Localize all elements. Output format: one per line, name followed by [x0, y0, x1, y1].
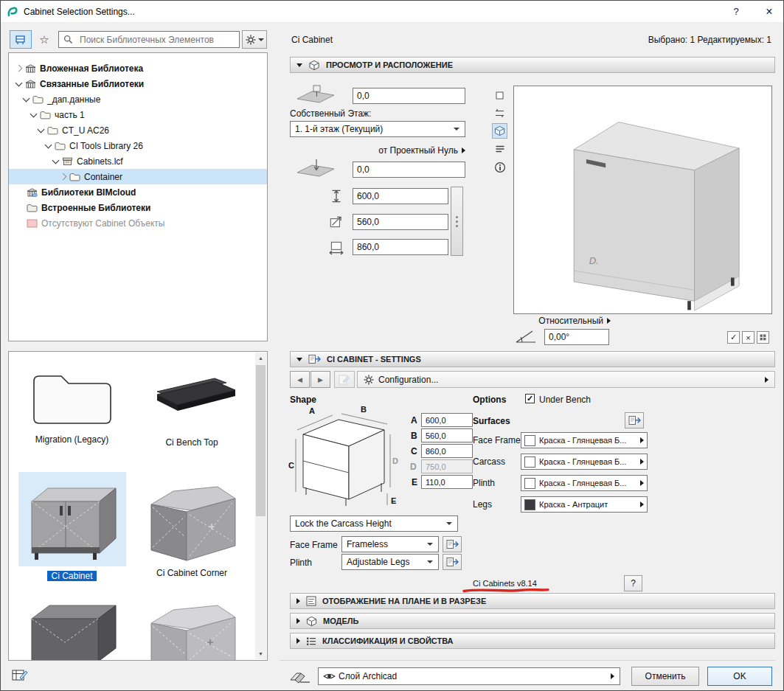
tree-item-container[interactable]: Container	[9, 169, 267, 184]
dim-b-input[interactable]	[421, 428, 473, 442]
search-input[interactable]	[76, 32, 239, 46]
scroll-up-icon[interactable]: ▲	[255, 353, 266, 364]
thumbnail-partial-left[interactable]	[15, 597, 129, 661]
chevron-down-icon[interactable]	[45, 141, 52, 148]
tree-item-embedded-library[interactable]: Встроенные Библиотеки	[9, 200, 267, 215]
scrollbar-thumb[interactable]	[256, 365, 266, 516]
tree-item-ctu-ac26[interactable]: CT_U AC26	[9, 122, 267, 138]
folder-icon	[32, 95, 44, 104]
plan-display-icon	[306, 596, 316, 606]
surfaces-transfer-button[interactable]	[625, 412, 644, 428]
object-thumbnail-list[interactable]: Migration (Legacy) Ci Bench Top	[8, 351, 268, 661]
elevation-reference-input[interactable]	[353, 162, 465, 178]
thumbnail-ci-bench-top[interactable]: Ci Bench Top	[136, 372, 248, 448]
dim-width-input[interactable]	[353, 239, 448, 255]
tree-item-dap-data[interactable]: _дап.данные	[9, 91, 267, 107]
chevron-down-icon	[258, 38, 264, 41]
tree-item-bimcloud-libraries[interactable]: Библиотеки BIMcloud	[9, 184, 267, 200]
material-legs-button[interactable]: Краска - Антрацит	[521, 496, 648, 513]
chevron-right-icon[interactable]	[60, 173, 67, 181]
section-floor-plan-display[interactable]: ОТОБРАЖЕНИЕ НА ПЛАНЕ И В РАЗРЕЗЕ	[290, 593, 775, 609]
preview-section-view-button[interactable]	[492, 105, 507, 121]
reference-level-flyout[interactable]: от Проектный Нуль	[340, 145, 465, 156]
section-cabinet-settings[interactable]: CI CABINET - SETTINGS	[290, 351, 775, 367]
tree-item-part1[interactable]: часть 1	[9, 107, 267, 122]
info-icon	[494, 162, 506, 173]
carcass-lock-select[interactable]: Lock the Carcass Height	[290, 515, 458, 532]
section-model[interactable]: МОДЕЛЬ	[290, 613, 775, 629]
preview-check-toggle[interactable]: ✓	[727, 331, 740, 344]
material-carcass-button[interactable]: Краска - Глянцевая Б...	[521, 454, 648, 470]
chevron-right-icon[interactable]	[15, 65, 23, 72]
face-frame-select[interactable]: Frameless	[341, 536, 439, 552]
thumbnail-partial-right[interactable]	[136, 597, 248, 661]
dim-depth-input[interactable]	[353, 214, 448, 230]
tree-item-ci-tools-library[interactable]: CI Tools Library 26	[9, 138, 267, 153]
preview-grid-toggle[interactable]	[757, 331, 769, 344]
preview-description-button[interactable]	[492, 141, 507, 156]
previous-page-button[interactable]: ◀	[290, 371, 310, 388]
elevation-top-input[interactable]	[353, 88, 465, 104]
dim-d-label: D	[410, 462, 417, 472]
chevron-down-icon[interactable]	[38, 125, 45, 133]
archicad-logo-icon	[7, 6, 18, 18]
material-face-frame-button[interactable]: Краска - Глянцевая Б...	[521, 432, 648, 448]
addon-help-button[interactable]: ?	[624, 575, 642, 591]
face-frame-transfer-button[interactable]	[443, 536, 462, 552]
library-view-mode-button[interactable]	[10, 30, 32, 49]
height-icon	[328, 188, 344, 204]
carcass-lock-value: Lock the Carcass Height	[295, 518, 443, 529]
bench-top-image	[144, 372, 240, 426]
tree-item-nested-library[interactable]: Вложенная Библиотека	[9, 60, 267, 76]
preview-plan-view-button[interactable]	[492, 88, 507, 103]
tree-item-cabinets-lcf[interactable]: Cabinets.lcf	[9, 153, 267, 169]
preview-3d-view-button[interactable]	[492, 123, 507, 139]
search-box[interactable]	[58, 31, 240, 48]
next-page-button[interactable]: ▶	[311, 371, 330, 388]
preview-info-button[interactable]	[492, 159, 507, 175]
plinth-select[interactable]: Adjustable Legs	[341, 554, 439, 570]
chevron-down-icon[interactable]	[23, 94, 30, 102]
dim-height-input[interactable]	[353, 188, 448, 204]
cancel-button[interactable]: Отменить	[631, 667, 699, 686]
scroll-down-icon[interactable]: ▼	[255, 648, 266, 659]
tree-item-missing-objects[interactable]: Отсутствуют Cabinet Объекты	[9, 215, 267, 231]
material-plinth-button[interactable]: Краска - Глянцевая Б...	[521, 475, 648, 491]
thumbnail-ci-cabinet[interactable]: Ci Cabinet	[15, 472, 129, 581]
panel-scroll-right-icon[interactable]	[765, 377, 769, 383]
favorites-button[interactable]: ☆	[35, 30, 54, 49]
rotation-angle-input[interactable]	[544, 329, 609, 345]
preview-cross-toggle[interactable]: ×	[742, 331, 754, 344]
chevron-down-icon[interactable]	[52, 156, 60, 164]
configuration-bar[interactable]: Configuration...	[357, 371, 775, 388]
edit-settings-button[interactable]	[334, 371, 355, 388]
section-classification-properties[interactable]: КЛАССИФИКАЦИЯ И СВОЙСТВА	[290, 633, 775, 649]
plinth-transfer-button[interactable]	[443, 554, 462, 570]
render-watermark: D.	[589, 255, 599, 266]
dim-a-input[interactable]	[421, 413, 473, 427]
thumbnail-scrollbar[interactable]: ▲ ▼	[255, 353, 266, 659]
chevron-down-icon[interactable]	[15, 79, 23, 86]
library-manager-icon	[12, 667, 28, 682]
layer-select[interactable]: Слой Archicad	[318, 667, 620, 685]
dimension-link-handle[interactable]	[451, 187, 463, 256]
title-bar[interactable]: Cabinet Selection Settings... ? ×	[1, 1, 783, 23]
help-button[interactable]: ?	[722, 1, 750, 22]
library-manager-button[interactable]	[10, 665, 30, 684]
thumbnail-ci-cabinet-corner[interactable]: Ci Cabinet Corner	[136, 472, 248, 578]
library-settings-button[interactable]	[242, 30, 267, 49]
close-button[interactable]: ×	[755, 1, 783, 22]
thumbnail-migration-legacy[interactable]: Migration (Legacy)	[15, 362, 129, 445]
relative-angle-flyout[interactable]: Относительный	[513, 316, 611, 326]
chevron-down-icon[interactable]	[30, 110, 38, 117]
dim-e-input[interactable]	[421, 475, 473, 489]
dim-c-input[interactable]	[421, 444, 473, 458]
library-tree[interactable]: Вложенная Библиотека Связанные Библиотек…	[8, 52, 268, 341]
tree-item-linked-libraries[interactable]: Связанные Библиотеки	[9, 76, 267, 91]
home-story-select[interactable]: 1. 1-й этаж (Текущий)	[290, 121, 465, 137]
object-3d-preview[interactable]: D.	[513, 86, 772, 314]
layer-value: Слой Archicad	[339, 671, 608, 681]
section-preview-placement[interactable]: ПРОСМОТР И РАСПОЛОЖЕНИЕ	[290, 57, 775, 73]
ok-button[interactable]: OK	[707, 667, 772, 686]
under-bench-checkbox[interactable]: ✓	[525, 394, 535, 403]
